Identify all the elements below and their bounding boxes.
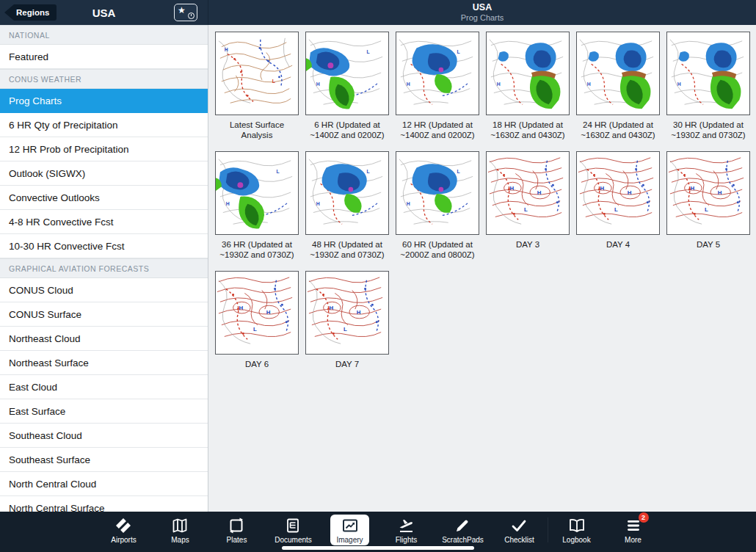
clock-icon <box>188 12 195 19</box>
logbook-icon <box>568 517 586 534</box>
tab-label: Logbook <box>562 536 590 544</box>
tab-plates[interactable]: Plates <box>208 513 265 547</box>
thumbnail-grid: Latest Surface Analysis6 HR (Updated at … <box>215 32 750 388</box>
tab-label: Maps <box>171 536 189 544</box>
imagery-thumbnail-6-hr-updated-at-1400z-and-0200z[interactable]: 6 HR (Updated at ~1400Z and 0200Z) <box>305 32 389 149</box>
prog-chart-image <box>305 32 389 115</box>
imagery-content: Latest Surface Analysis6 HR (Updated at … <box>208 25 756 512</box>
prog-chart-image <box>396 32 479 115</box>
tab-flights[interactable]: Flights <box>378 513 435 547</box>
sidebar-item-prog-charts[interactable]: Prog Charts <box>0 89 208 113</box>
imagery-thumbnail-day-4[interactable]: DAY 4 <box>576 151 660 269</box>
page-title: USA <box>473 2 492 13</box>
imagery-thumbnail-36-hr-updated-at-1930z-and-0730z[interactable]: 36 HR (Updated at ~1930Z and 0730Z) <box>215 151 299 269</box>
thumbnail-label: 12 HR (Updated at ~1400Z and 0200Z) <box>396 120 479 149</box>
thumbnail-label: 18 HR (Updated at ~1630Z and 0430Z) <box>486 120 570 149</box>
prog-chart-image <box>305 271 389 355</box>
tab-imagery[interactable]: Imagery <box>321 513 378 547</box>
favorites-recents-button[interactable]: ★ <box>174 4 197 21</box>
prog-chart-image <box>305 151 389 235</box>
imagery-thumbnail-day-6[interactable]: DAY 6 <box>215 271 299 388</box>
sidebar-item-east-cloud[interactable]: East Cloud <box>0 375 208 399</box>
imagery-screen: Regions USA ★ USA Prog Charts NATIONALFe… <box>0 0 756 552</box>
tab-label: Checklist <box>504 536 534 544</box>
imagery-icon <box>341 517 359 534</box>
page-subtitle: Prog Charts <box>461 13 504 23</box>
thumbnail-label: 24 HR (Updated at ~1630Z and 0430Z) <box>576 120 660 149</box>
scratchpads-icon <box>454 517 471 534</box>
sidebar-item-6-hr-qty-of-precipitation[interactable]: 6 HR Qty of Precipitation <box>0 113 208 137</box>
tab-checklist[interactable]: Checklist <box>491 513 548 547</box>
thumbnail-label: DAY 6 <box>215 359 299 388</box>
sidebar-item-east-surface[interactable]: East Surface <box>0 399 208 424</box>
checklist-icon <box>510 517 528 534</box>
thumbnail-label: 36 HR (Updated at ~1930Z and 0730Z) <box>215 239 299 269</box>
imagery-thumbnail-48-hr-updated-at-1930z-and-0730z[interactable]: 48 HR (Updated at ~1930Z and 0730Z) <box>305 151 389 269</box>
prog-chart-image <box>215 151 299 235</box>
prog-chart-image <box>576 32 660 115</box>
sidebar-item-southeast-cloud[interactable]: Southeast Cloud <box>0 424 208 448</box>
sidebar-item-north-central-cloud[interactable]: North Central Cloud <box>0 472 208 496</box>
documents-icon <box>284 517 302 534</box>
prog-chart-image <box>486 151 570 235</box>
thumbnail-label: DAY 5 <box>666 239 750 269</box>
star-icon: ★ <box>178 5 186 15</box>
imagery-thumbnail-12-hr-updated-at-1400z-and-0200z[interactable]: 12 HR (Updated at ~1400Z and 0200Z) <box>396 32 479 149</box>
sidebar-item-10-30-hr-convective-fcst[interactable]: 10-30 HR Convective Fcst <box>0 234 208 258</box>
imagery-thumbnail-latest-surface-analysis[interactable]: Latest Surface Analysis <box>215 32 299 149</box>
tab-scratchpads[interactable]: ScratchPads <box>435 513 491 547</box>
thumbnail-label: 6 HR (Updated at ~1400Z and 0200Z) <box>305 120 389 149</box>
tab-documents[interactable]: Documents <box>265 513 321 547</box>
sidebar-item-northeast-cloud[interactable]: Northeast Cloud <box>0 327 208 351</box>
imagery-thumbnail-day-3[interactable]: DAY 3 <box>486 151 570 269</box>
sidebar-item-featured[interactable]: Featured <box>0 45 208 69</box>
tab-label: Plates <box>227 536 247 544</box>
tab-label: More <box>625 536 641 544</box>
notification-badge: 2 <box>639 512 649 523</box>
imagery-thumbnail-day-5[interactable]: DAY 5 <box>666 151 750 269</box>
sidebar-item-northeast-surface[interactable]: Northeast Surface <box>0 351 208 375</box>
tab-maps[interactable]: Maps <box>152 513 208 547</box>
tab-logbook[interactable]: Logbook <box>548 513 605 547</box>
sidebar-item-4-8-hr-convective-fcst[interactable]: 4-8 HR Convective Fcst <box>0 210 208 234</box>
regions-back-button[interactable]: Regions <box>4 4 57 21</box>
home-indicator[interactable] <box>282 546 474 550</box>
sidebar-item-southeast-surface[interactable]: Southeast Surface <box>0 448 208 472</box>
thumbnail-label: 60 HR (Updated at ~2000Z and 0800Z) <box>396 239 479 269</box>
sidebar-item-convective-outlooks[interactable]: Convective Outlooks <box>0 186 208 210</box>
thumbnail-label: DAY 4 <box>576 239 660 269</box>
imagery-thumbnail-60-hr-updated-at-2000z-and-0800z[interactable]: 60 HR (Updated at ~2000Z and 0800Z) <box>396 151 479 269</box>
flights-icon <box>397 517 415 534</box>
sidebar-item-conus-cloud[interactable]: CONUS Cloud <box>0 278 208 302</box>
airports-icon <box>115 517 132 534</box>
sidebar-section-header-national: NATIONAL <box>0 25 208 45</box>
thumbnail-label: DAY 7 <box>305 359 389 388</box>
sidebar-section-header-graphical-aviation-forecasts: GRAPHICAL AVIATION FORECASTS <box>0 258 208 278</box>
sidebar-header: Regions USA ★ <box>0 0 208 25</box>
sidebar-section-header-conus-weather: CONUS WEATHER <box>0 69 208 89</box>
tab-airports[interactable]: Airports <box>95 513 152 547</box>
imagery-thumbnail-24-hr-updated-at-1630z-and-0430z[interactable]: 24 HR (Updated at ~1630Z and 0430Z) <box>576 32 660 149</box>
prog-chart-image <box>666 151 750 235</box>
prog-chart-image <box>666 32 750 115</box>
prog-chart-image <box>396 151 479 235</box>
thumbnail-label: Latest Surface Analysis <box>215 120 299 149</box>
imagery-thumbnail-18-hr-updated-at-1630z-and-0430z[interactable]: 18 HR (Updated at ~1630Z and 0430Z) <box>486 32 570 149</box>
prog-chart-image <box>215 32 299 115</box>
sidebar-item-outlook-sigwx[interactable]: Outlook (SIGWX) <box>0 161 208 186</box>
tab-more[interactable]: 2More <box>605 513 661 547</box>
imagery-thumbnail-30-hr-updated-at-1930z-and-0730z[interactable]: 30 HR (Updated at ~1930Z and 0730Z) <box>666 32 750 149</box>
tab-label: Airports <box>111 536 136 544</box>
tab-label: ScratchPads <box>442 536 484 544</box>
prog-chart-image <box>576 151 660 235</box>
sidebar-item-12-hr-prob-of-precipitation[interactable]: 12 HR Prob of Precipitation <box>0 137 208 161</box>
sidebar-item-north-central-surface[interactable]: North Central Surface <box>0 496 208 512</box>
sidebar-item-conus-surface[interactable]: CONUS Surface <box>0 302 208 327</box>
prog-chart-image <box>215 271 299 355</box>
more-icon: 2 <box>625 517 642 534</box>
imagery-thumbnail-day-7[interactable]: DAY 7 <box>305 271 389 388</box>
tab-label: Imagery <box>336 536 363 544</box>
tab-label: Flights <box>396 536 417 544</box>
tab-label: Documents <box>275 536 312 544</box>
main-header: USA Prog Charts <box>208 0 756 25</box>
